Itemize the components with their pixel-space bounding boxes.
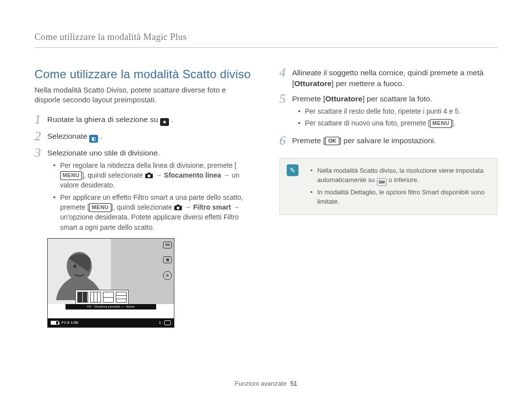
layout-options-row (75, 290, 129, 305)
manual-page: Come utilizzare la modalità Magic Plus C… (0, 0, 532, 401)
step-body: Premete [Otturatore] per scattare la fot… (292, 93, 498, 130)
step-number: 1 (34, 113, 47, 126)
ok-button-label: OK (325, 137, 339, 145)
grid-icon: ▦ (163, 256, 172, 263)
step-number: 3 (34, 147, 47, 159)
t: ] per scattare la foto. (363, 94, 432, 103)
step-number: 5 (279, 93, 292, 105)
layout-option-icon (90, 292, 101, 303)
shot-count: 1 (159, 320, 161, 325)
step-text: Ruotate la ghiera di selezione su (47, 115, 160, 123)
right-column: 4 Allineate il soggetto nella cornice, q… (279, 67, 498, 333)
left-column: Come utilizzare la modalità Scatto divis… (34, 67, 253, 333)
note-list: Nella modalità Scatto diviso, la risoluz… (304, 166, 490, 207)
layout-option-icon (103, 292, 114, 303)
shutter-label: Otturatore (325, 94, 363, 103)
t: → (153, 171, 164, 179)
step-number: 4 (279, 66, 292, 79)
step-body: Selezionate ◧ . (47, 131, 253, 143)
step-body: Ruotate la ghiera di selezione su ★ . (47, 114, 253, 126)
step-number: 2 (34, 130, 47, 143)
svg-point-5 (177, 207, 180, 210)
step-sublist: Per regolare la nitidezza della linea di… (47, 160, 253, 232)
battery-icon (51, 321, 59, 325)
layout-option-icon (116, 292, 127, 303)
menu-button-label: MENU (430, 119, 452, 128)
figure-hint-bar: OK : Disattiva pannello ⌂ : Home (66, 304, 156, 309)
t: Premete [ (292, 94, 325, 103)
section-intro: Nella modalità Scatto Diviso, potete sca… (34, 85, 253, 105)
camera-screen-figure: 5M ▦ ⊘ OK : Disattiva pannello ⌂ : Home … (47, 238, 174, 328)
camera-icon (145, 172, 153, 179)
note-item: Nella modalità Scatto diviso, la risoluz… (310, 166, 490, 186)
step-6: 6 Premete [OK] per salvare le impostazio… (279, 135, 498, 147)
step-2: 2 Selezionate ◧ . (34, 131, 253, 143)
step-4: 4 Allineate il soggetto nella cornice, q… (279, 67, 498, 89)
figure-side-icons: 5M ▦ ⊘ (163, 242, 172, 280)
step-1: 1 Ruotate la ghiera di selezione su ★ . (34, 114, 253, 126)
step-3: 3 Selezionate uno stile di divisione. Pe… (34, 148, 253, 328)
t: ], quindi selezionate (111, 203, 174, 211)
layout-option-icon (77, 292, 88, 303)
sub-item: Per scattare il resto delle foto, ripete… (298, 106, 498, 116)
page-number: 51 (290, 380, 297, 387)
t: Per regolare la nitidezza della linea di… (60, 161, 236, 169)
step-text: . (171, 115, 173, 123)
exposure-label: F2.8 1/30 (62, 320, 78, 325)
svg-rect-4 (177, 205, 180, 207)
shutter-label: Otturatore (294, 79, 332, 88)
t: ]. (452, 119, 456, 127)
t: ] per salvare le impostazioni. (339, 136, 436, 145)
sub-item: Per regolare la nitidezza della linea di… (53, 160, 253, 190)
step-body: Allineate il soggetto nella cornice, qui… (292, 67, 498, 89)
step-body: Selezionate uno stile di divisione. Per … (47, 148, 253, 328)
page-footer: Funzioni avanzate 51 (0, 380, 532, 387)
content-columns: Come utilizzare la modalità Scatto divis… (34, 67, 498, 333)
resolution-5m-icon: 5M (377, 178, 387, 186)
step-text: . (100, 132, 102, 140)
footer-section: Funzioni avanzate (234, 380, 287, 387)
t: Per scattare di nuovo una foto, premete … (305, 119, 430, 127)
step-text: Selezionate uno stile di divisione. (47, 148, 253, 158)
mode-dial-icon: ★ (160, 118, 169, 126)
flash-off-icon: ⊘ (163, 271, 172, 280)
bold-label: Filtro smart (193, 203, 231, 211)
menu-button-label: MENU (60, 171, 82, 180)
t: ], quindi selezionate (82, 171, 145, 179)
t: o inferiore. (387, 176, 419, 184)
figure-bottom-bar: F2.8 1/30 1 (48, 318, 174, 327)
step-number: 6 (279, 134, 292, 147)
svg-point-6 (73, 264, 76, 268)
note-body: Nella modalità Scatto diviso, la risoluz… (304, 164, 490, 209)
t: → (182, 203, 193, 211)
note-icon: ✎ (287, 164, 299, 176)
t: ] per mettere a fuoco. (332, 79, 404, 88)
camera-icon (174, 204, 182, 211)
note-box: ✎ Nella modalità Scatto diviso, la risol… (279, 158, 498, 215)
sub-item: Per scattare di nuovo una foto, premete … (298, 118, 498, 128)
t: Premete [ (292, 136, 325, 145)
sub-item: Per applicare un effetto Filtro smart a … (53, 192, 253, 232)
svg-point-2 (148, 175, 151, 178)
svg-rect-1 (148, 173, 151, 175)
step-5: 5 Premete [Otturatore] per scattare la f… (279, 93, 498, 130)
bold-label: Sfocamento linea (164, 171, 221, 179)
step-body: Premete [OK] per salvare le impostazioni… (292, 135, 498, 146)
step-sublist: Per scattare il resto delle foto, ripete… (292, 106, 498, 128)
section-title: Come utilizzare la modalità Scatto divis… (34, 67, 253, 81)
note-item: In modalità Dettaglio, le opzioni filtro… (310, 188, 490, 207)
page-header: Come utilizzare la modalità Magic Plus (34, 31, 498, 48)
split-mode-icon: ◧ (89, 135, 98, 143)
sd-card-icon (164, 320, 171, 325)
resolution-icon: 5M (163, 242, 172, 248)
menu-button-label: MENU (89, 203, 111, 212)
step-text: Selezionate (47, 132, 89, 140)
